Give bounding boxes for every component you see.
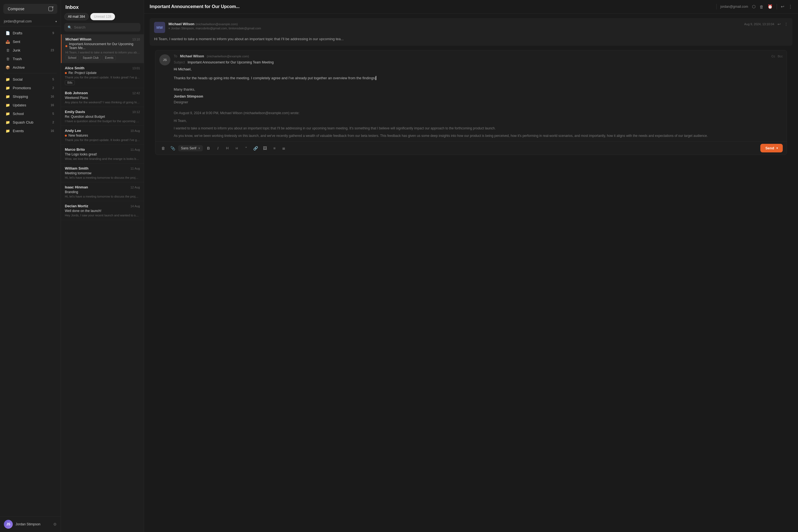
reply-composer: JS To Michael Wilson (michaelwilson@exam… — [155, 50, 787, 155]
email-item-header: Declan Mortiz 14 Aug — [65, 204, 140, 208]
folder-icon: 📁 — [5, 111, 10, 116]
sidebar-item-label: Sent — [13, 40, 55, 44]
sidebar-item-shopping[interactable]: 📁 Shopping 16 — [2, 92, 59, 100]
email-subject: The Logo looks great! — [65, 152, 97, 156]
sidebar-item-label: Promotions — [13, 86, 51, 90]
account-row[interactable]: jordan@gmail.com ▾ — [0, 18, 61, 26]
msg-reply-icon[interactable]: ↩ — [778, 22, 781, 26]
settings-icon[interactable]: ⚙ — [53, 522, 57, 527]
cc-bcc[interactable]: Cc Bcc — [772, 55, 783, 58]
email-item-header: Bob Johnson 12:42 — [65, 91, 140, 95]
email-item-header: William Smith 11 Aug — [65, 166, 140, 170]
reply-icon[interactable]: ↩ — [781, 4, 784, 9]
chevron-down-icon: ▾ — [55, 20, 57, 23]
bold-icon[interactable]: B — [205, 144, 212, 152]
font-selector[interactable]: Sans Serif ▾ — [178, 145, 203, 151]
separator — [716, 4, 717, 10]
sidebar-item-drafts[interactable]: 📄 Drafts 9 — [2, 29, 59, 37]
email-subject: Branding — [65, 190, 78, 194]
ordered-list-icon[interactable]: ≣ — [280, 144, 288, 152]
search-bar[interactable]: 🔍 — [64, 23, 140, 32]
compose-button[interactable]: Compose — [3, 4, 57, 14]
email-subject: Re: Project Update — [69, 71, 96, 75]
sidebar-item-squash[interactable]: 📁 Squash Club 2 — [2, 118, 59, 126]
msg-body: Hi Team, I wanted to take a moment to in… — [154, 36, 788, 42]
email-tags: SchoolSquash ClubEvents — [65, 55, 140, 60]
italic-icon[interactable]: I — [214, 144, 222, 152]
email-tag: Bills — [65, 80, 75, 85]
reply-greeting: Hi Michael, — [174, 66, 783, 72]
sidebar-item-promotions[interactable]: 📁 Promotions 2 — [2, 84, 59, 92]
tab-all[interactable]: All mail 384 — [64, 13, 89, 20]
email-time: 13:10 — [132, 38, 140, 41]
email-time: 12 Aug — [131, 186, 140, 189]
msg-more-icon[interactable]: ⋮ — [784, 22, 788, 26]
sidebar-item-label: School — [13, 112, 51, 116]
email-preview: Hi, let's have a meeting tomorrow to dis… — [65, 195, 140, 198]
tab-unread[interactable]: Unread 128 — [90, 13, 115, 20]
quoted-p2: As you know, we've been working tireless… — [174, 133, 783, 138]
sidebar-item-archive[interactable]: 📦 Archive — [2, 63, 59, 72]
email-subject: Re: Question about Budget — [65, 115, 105, 119]
sidebar-item-label: Shopping — [13, 94, 50, 99]
sidebar-item-label: Updates — [13, 103, 50, 107]
search-input[interactable] — [74, 25, 137, 30]
email-list-item[interactable]: Bob Johnson 12:42 Weekend Plans Any plan… — [61, 88, 144, 107]
inbox-tabs: All mail 384Unread 128 — [61, 13, 144, 23]
heading2-icon[interactable]: H — [233, 144, 241, 152]
detail-header: Important Announcement for Our Upcom... … — [144, 0, 798, 14]
sidebar-item-school[interactable]: 📁 School 5 — [2, 110, 59, 118]
reply-body[interactable]: Hi Michael, Thanks for the heads up goin… — [174, 66, 783, 141]
trash-icon[interactable]: 🗑 — [159, 144, 167, 152]
sidebar-item-sent[interactable]: 📤 Sent — [2, 37, 59, 46]
heading1-icon[interactable]: H — [223, 144, 231, 152]
more-icon[interactable]: ⋮ — [788, 4, 793, 9]
font-label: Sans Serif — [181, 146, 196, 150]
email-subject-row: New features — [65, 134, 140, 137]
image-icon[interactable]: 🖼 — [261, 144, 269, 152]
email-list-item[interactable]: Andy Lee 10 Aug New features Thank you f… — [61, 126, 144, 145]
email-sender: Alice Smith — [65, 66, 84, 70]
clock-icon[interactable]: ⏰ — [767, 4, 773, 9]
nav-badge: 16 — [50, 129, 55, 132]
msg-to-label: ▾ — [169, 26, 171, 30]
email-list-item[interactable]: Michael Wilson 13:10 Important Announcem… — [61, 34, 144, 63]
email-time: 11 Aug — [131, 167, 140, 170]
send-button[interactable]: Send ▾ — [760, 144, 783, 152]
attach-icon[interactable]: 📎 — [169, 144, 176, 152]
email-list-item[interactable]: Marco Brito 11 Aug The Logo looks great!… — [61, 145, 144, 164]
nav-badge: 9 — [51, 31, 55, 35]
email-sender: Marco Brito — [65, 147, 85, 152]
bullet-list-icon[interactable]: ≡ — [270, 144, 278, 152]
email-list-item[interactable]: Declan Mortiz 14 Aug Well done on the la… — [61, 201, 144, 220]
email-list-item[interactable]: Alice Smith 13:01 Re: Project Update Tha… — [61, 63, 144, 88]
email-thread: MW Michael Wilson (michaelwilson@example… — [144, 14, 798, 532]
quoted-label: On August 9, 2024 at 9:00 PM, Michael Wi… — [174, 111, 783, 116]
email-tag: Events — [102, 55, 116, 60]
email-tags: Bills — [65, 80, 140, 85]
folder-icon: 🗑 — [5, 48, 10, 52]
email-list-item[interactable]: Emily Davis 10:12 Re: Question about Bud… — [61, 107, 144, 126]
sidebar-item-trash[interactable]: 🗑 Trash — [2, 55, 59, 63]
email-preview: Hi, let's have a meeting tomorrow to dis… — [65, 176, 140, 179]
folder-icon: 📁 — [5, 86, 10, 90]
email-subject: Well done on the launch! — [65, 209, 101, 213]
email-tag: Squash Club — [80, 55, 101, 60]
email-preview: Hey Jords, I saw your recent launch and … — [65, 214, 140, 217]
sidebar-item-events[interactable]: 📁 Events 16 — [2, 127, 59, 135]
nav-badge: 16 — [50, 103, 55, 107]
msg-date: Aug 9, 2024, 13:10:04 — [744, 22, 774, 26]
sidebar-item-updates[interactable]: 📁 Updates 16 — [2, 101, 59, 109]
email-time: 13:01 — [132, 66, 140, 70]
email-list-item[interactable]: Isaac Hinman 12 Aug Branding Hi, let's h… — [61, 182, 144, 201]
reply-to-name: Michael Wilson — [180, 54, 204, 58]
sidebar-item-junk[interactable]: 🗑 Junk 23 — [2, 46, 59, 54]
email-sender: Emily Davis — [65, 110, 85, 114]
link-icon[interactable]: 🔗 — [252, 144, 259, 152]
reply-toolbar: 🗑 📎 Sans Serif ▾ B I H H " 🔗 🖼 ≡ ≣ Send … — [155, 141, 787, 155]
archive-icon[interactable]: ⬡ — [752, 4, 756, 9]
delete-icon[interactable]: 🗑 — [759, 4, 764, 9]
email-list-item[interactable]: William Smith 11 Aug Meeting tomorrow Hi… — [61, 164, 144, 182]
sidebar-item-social[interactable]: 📁 Social 5 — [2, 75, 59, 83]
blockquote-icon[interactable]: " — [242, 144, 250, 152]
